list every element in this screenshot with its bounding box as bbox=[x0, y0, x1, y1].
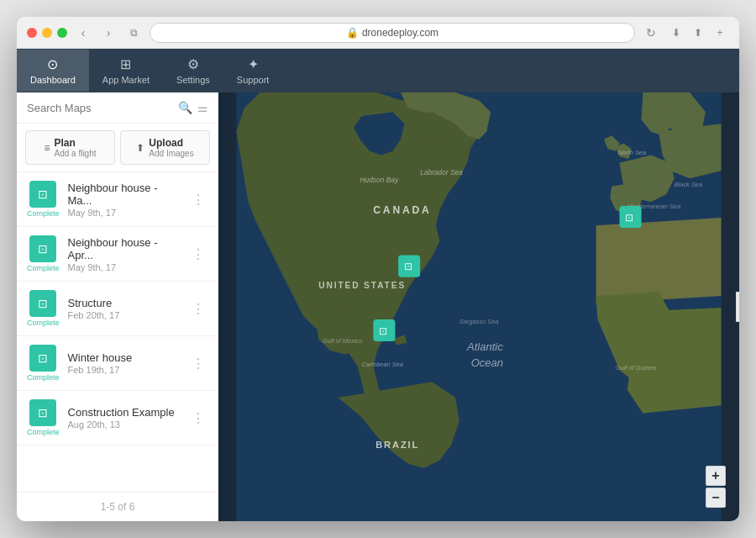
svg-text:⊡: ⊡ bbox=[404, 261, 412, 272]
svg-text:UNITED STATES: UNITED STATES bbox=[318, 281, 406, 290]
svg-text:Hudson Bay: Hudson Bay bbox=[360, 176, 399, 184]
upload-button[interactable]: ⬆ Upload Add Images bbox=[120, 130, 210, 165]
add-tab-icon[interactable]: + bbox=[711, 24, 729, 42]
svg-text:North Sea: North Sea bbox=[618, 149, 647, 156]
upload-label-group: Upload Add Images bbox=[149, 137, 193, 158]
dashboard-icon: ⊙ bbox=[47, 56, 58, 72]
project-name-1: Neighbour house - Ma... bbox=[68, 182, 180, 207]
status-badge-4: Complete bbox=[27, 373, 60, 382]
project-info-1: Neighbour house - Ma... May 9th, 17 bbox=[68, 182, 180, 218]
status-badge-2: Complete bbox=[27, 264, 60, 272]
list-item[interactable]: ⊡ Complete Winter house Feb 19th, 17 ⋮ bbox=[17, 336, 218, 391]
download-icon[interactable]: ⬇ bbox=[667, 24, 685, 42]
more-icon-5[interactable]: ⋮ bbox=[188, 407, 208, 430]
upload-sub: Add Images bbox=[149, 149, 193, 158]
sidebar-toggle[interactable]: ‹ bbox=[736, 292, 739, 322]
upload-title: Upload bbox=[149, 137, 183, 149]
back-button[interactable]: ‹ bbox=[74, 24, 92, 42]
svg-text:Caribbean Sea: Caribbean Sea bbox=[361, 361, 403, 368]
project-info-3: Structure Feb 20th, 17 bbox=[68, 297, 180, 320]
project-icon-5: ⊡ bbox=[29, 399, 56, 426]
app-market-icon: ⊞ bbox=[120, 56, 131, 72]
project-status-5: ⊡ Complete bbox=[27, 399, 60, 436]
map-svg: CANADA Hudson Bay Labrador Sea UNITED ST… bbox=[218, 92, 739, 521]
traffic-lights bbox=[27, 28, 67, 38]
project-date-5: Aug 20th, 13 bbox=[68, 419, 180, 430]
close-button[interactable] bbox=[27, 28, 37, 38]
status-badge-1: Complete bbox=[27, 209, 60, 218]
settings-icon: ⚙ bbox=[187, 56, 199, 72]
action-buttons: ≡ Plan Add a flight ⬆ Upload Add Images bbox=[17, 124, 218, 172]
search-bar: 🔍 ⚌ bbox=[17, 92, 218, 124]
more-icon-2[interactable]: ⋮ bbox=[188, 243, 208, 266]
zoom-out-button[interactable]: − bbox=[706, 488, 726, 508]
zoom-in-button[interactable]: + bbox=[706, 466, 726, 486]
svg-text:Atlantic: Atlantic bbox=[466, 340, 503, 353]
svg-text:Gulf of Mexico: Gulf of Mexico bbox=[323, 337, 363, 345]
list-item[interactable]: ⊡ Complete Construction Example Aug 20th… bbox=[17, 391, 218, 446]
svg-text:⊡: ⊡ bbox=[379, 325, 387, 337]
app-layout: ⊙ Dashboard ⊞ App Market ⚙ Settings ✦ Su… bbox=[17, 49, 739, 521]
project-status-2: ⊡ Complete bbox=[27, 235, 60, 272]
sidebar-pagination: 1-5 of 6 bbox=[17, 492, 218, 521]
browser-actions: ⬇ ⬆ + bbox=[667, 24, 729, 42]
nav-app-market[interactable]: ⊞ App Market bbox=[89, 50, 163, 92]
url-text: dronedeploy.com bbox=[362, 27, 438, 39]
project-info-5: Construction Example Aug 20th, 13 bbox=[68, 406, 180, 430]
pagination-text: 1-5 of 6 bbox=[101, 501, 135, 513]
search-icon[interactable]: 🔍 bbox=[178, 101, 192, 114]
nav-app-market-label: App Market bbox=[102, 75, 150, 85]
more-icon-1[interactable]: ⋮ bbox=[188, 188, 208, 211]
project-name-3: Structure bbox=[68, 297, 180, 309]
address-bar[interactable]: 🔒 dronedeploy.com bbox=[150, 23, 635, 43]
upload-icon: ⬆ bbox=[136, 142, 144, 154]
browser-chrome: ‹ › ⧉ 🔒 dronedeploy.com ↻ ⬇ ⬆ + bbox=[17, 17, 739, 49]
nav-dashboard[interactable]: ⊙ Dashboard bbox=[17, 50, 89, 92]
project-date-2: May 9th, 17 bbox=[68, 262, 180, 272]
nav-support[interactable]: ✦ Support bbox=[223, 50, 283, 92]
project-status-3: ⊡ Complete bbox=[27, 290, 60, 327]
plan-title: Plan bbox=[54, 137, 75, 149]
plan-sub: Add a flight bbox=[54, 149, 96, 158]
maximize-button[interactable] bbox=[57, 28, 67, 38]
plan-label-group: Plan Add a flight bbox=[54, 137, 96, 158]
project-date-1: May 9th, 17 bbox=[68, 208, 180, 218]
browser-window: ‹ › ⧉ 🔒 dronedeploy.com ↻ ⬇ ⬆ + ⊙ Dashbo… bbox=[17, 17, 739, 521]
svg-text:Ocean: Ocean bbox=[471, 356, 503, 369]
reload-button[interactable]: ↻ bbox=[642, 24, 660, 42]
status-badge-3: Complete bbox=[27, 319, 60, 327]
svg-text:CANADA: CANADA bbox=[373, 204, 431, 216]
project-icon-2: ⊡ bbox=[29, 235, 56, 262]
list-item[interactable]: ⊡ Complete Neighbour house - Ma... May 9… bbox=[17, 172, 218, 227]
forward-button[interactable]: › bbox=[99, 24, 118, 42]
project-list: ⊡ Complete Neighbour house - Ma... May 9… bbox=[17, 172, 218, 492]
top-nav: ⊙ Dashboard ⊞ App Market ⚙ Settings ✦ Su… bbox=[17, 49, 739, 92]
list-item[interactable]: ⊡ Complete Neighbour house - Apr... May … bbox=[17, 227, 218, 282]
project-info-4: Winter house Feb 19th, 17 bbox=[68, 351, 180, 375]
project-name-4: Winter house bbox=[68, 351, 180, 364]
tabs-button[interactable]: ⧉ bbox=[124, 24, 143, 42]
list-item[interactable]: ⊡ Complete Structure Feb 20th, 17 ⋮ bbox=[17, 282, 218, 336]
filter-icon[interactable]: ⚌ bbox=[197, 101, 208, 114]
plan-icon: ≡ bbox=[44, 142, 50, 154]
project-date-4: Feb 19th, 17 bbox=[68, 365, 180, 375]
project-info-2: Neighbour house - Apr... May 9th, 17 bbox=[68, 236, 180, 272]
project-status-4: ⊡ Complete bbox=[27, 345, 60, 382]
plan-button[interactable]: ≡ Plan Add a flight bbox=[25, 130, 115, 165]
more-icon-3[interactable]: ⋮ bbox=[188, 298, 208, 320]
svg-text:Sargasso Sea: Sargasso Sea bbox=[459, 318, 499, 325]
nav-settings[interactable]: ⚙ Settings bbox=[163, 50, 223, 92]
more-icon-4[interactable]: ⋮ bbox=[188, 352, 208, 375]
search-input[interactable] bbox=[27, 102, 173, 114]
nav-support-label: Support bbox=[237, 75, 270, 85]
map-area[interactable]: CANADA Hudson Bay Labrador Sea UNITED ST… bbox=[218, 92, 739, 521]
lock-icon: 🔒 bbox=[346, 27, 359, 39]
svg-text:BRAZIL: BRAZIL bbox=[375, 440, 419, 450]
sidebar: 🔍 ⚌ ≡ Plan Add a flight ⬆ bbox=[17, 92, 218, 521]
project-icon-3: ⊡ bbox=[29, 290, 56, 317]
project-name-5: Construction Example bbox=[68, 406, 180, 419]
svg-text:⊡: ⊡ bbox=[625, 212, 633, 224]
share-icon[interactable]: ⬆ bbox=[689, 24, 707, 42]
project-status-1: ⊡ Complete bbox=[27, 181, 60, 218]
minimize-button[interactable] bbox=[42, 28, 52, 38]
